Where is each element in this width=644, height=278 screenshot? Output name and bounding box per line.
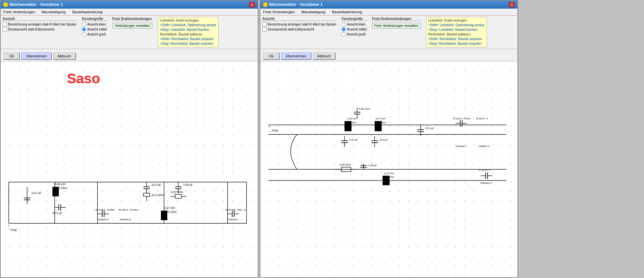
svg-text:0,50 Ohm: 0,50 Ohm [345, 121, 356, 124]
ok-button-2[interactable]: Ok [263, 52, 280, 60]
svg-text:0,83 Ohm: 0,83 Ohm [164, 210, 177, 214]
close-button-1[interactable]: ✕ [249, 2, 255, 7]
button-row-2: Ok Übernehmen Abbruch [260, 51, 517, 61]
radio-klein-label-1: Ansicht klein [87, 23, 106, 26]
svg-text:G 25 FFL_V: G 25 FFL_V [479, 169, 491, 172]
freie-draht-title-1: Freie Drahtverbindungen [112, 17, 152, 21]
checkbox-bezeichnung-input-1[interactable] [3, 22, 7, 27]
ansicht-title-2: Ansicht [262, 17, 336, 21]
menu-freie-verbindungen-2[interactable]: Freie Verbindungen [262, 9, 296, 15]
svg-text:6,00 Ohm: 6,00 Ohm [340, 163, 351, 166]
menu-bauteiloptimierung-2[interactable]: Bauteiloptimierung [331, 9, 363, 15]
checkbox-druckansicht-label-2: Druckansicht statt Editoransicht [268, 28, 314, 31]
svg-text:Chassis 3: Chassis 3 [120, 218, 131, 221]
canvas-area-1[interactable]: Saso 0,47 µF [1, 61, 258, 277]
radio-klein-input-2[interactable] [342, 22, 346, 27]
svg-text:-: - [8, 227, 9, 230]
svg-text:15,0 µF: 15,0 µF [151, 183, 161, 186]
menu-mausbelegung-2[interactable]: Mausbelegung [300, 9, 327, 15]
radio-mittel-input-1[interactable] [82, 27, 86, 32]
toolbar-2: Ansicht Bezeichnung anzeigen statt R-Wer… [260, 16, 517, 49]
fenstergroesse-title-1: Fenstergröße [82, 17, 107, 21]
canvas-area-2[interactable]: Walwal Amp + - 1,00 mH 0,50 Ohm 0,47 mH … [260, 61, 517, 277]
abbruch-button-2[interactable]: Abbruch [313, 52, 336, 60]
maus-line-2-0: Linksklick: Draht erzeugen [428, 18, 485, 23]
svg-text:0,60 Ohm: 0,60 Ohm [375, 121, 386, 124]
app-icon-1: ⚡ [3, 2, 8, 7]
button-row-1: Ok Übernehmen Abbruch [1, 51, 258, 61]
svg-text:0,68 mH: 0,68 mH [55, 182, 66, 186]
ansicht-section-2: Ansicht Bezeichnung anzeigen statt R-Wer… [262, 17, 336, 32]
maus-line-2-1: <Shift> Linksklick: Optimierung an/aus [428, 23, 485, 28]
ok-button-1[interactable]: Ok [3, 52, 20, 60]
svg-text:2,20 Ohm: 2,20 Ohm [170, 190, 183, 194]
uebernehmen-button-2[interactable]: Übernehmen [281, 52, 311, 60]
window-title-2: Weicheneditor - Verstärker 1 [269, 2, 323, 7]
svg-text:Chassis 1: Chassis 1 [228, 218, 239, 221]
menu-bauteiloptimierung-1[interactable]: Bauteiloptimierung [71, 9, 104, 15]
verbindungen-verwalten-btn-2[interactable]: Freie Verbindungen verwalten [372, 23, 421, 29]
fenstergroesse-title-2: Fenstergröße [342, 17, 366, 21]
freie-draht-title-2: Freie Drahtverbindungen [372, 17, 421, 21]
maus-tooltip-2: Linksklick: Draht erzeugen <Shift> Links… [426, 17, 487, 47]
mausaktionen-section-2: Linksklick: Draht erzeugen <Shift> Links… [426, 17, 487, 47]
window-1: ⚡ Weicheneditor - Verstärker 1 ✕ Freie V… [0, 0, 258, 278]
verbindungen-verwalten-btn-1[interactable]: Verbindungen verwalten [112, 23, 152, 29]
radio-klein-label-2: Ansicht klein [347, 23, 365, 26]
svg-text:0,47 µF: 0,47 µF [31, 191, 41, 195]
radio-gross-label-2: Ansicht groß [347, 33, 365, 36]
maus-line-1-4: <Shift> Rechtsklick: Bauteil umpolen [160, 37, 216, 41]
radio-mittel-input-2[interactable] [342, 27, 346, 32]
close-button-2[interactable]: ✕ [509, 2, 515, 7]
svg-text:Amp: Amp [272, 128, 278, 132]
radio-gross-label-1: Ansicht groß [87, 33, 106, 36]
radio-klein-1: Ansicht klein [82, 22, 107, 27]
maus-line-1-1: <Shift> Linksklick: Optimierung an/aus [160, 23, 216, 28]
fenstergroesse-section-2: Fenstergröße Ansicht klein Ansicht mitte… [342, 17, 366, 36]
checkbox-bezeichnung-1: Bezeichnung anzeigen statt R-Wert bei Sp… [3, 22, 77, 27]
maus-line-2-3: Rechtsklick: Bauteil editieren [428, 32, 485, 37]
svg-text:3,30 µF: 3,30 µF [183, 183, 193, 186]
menu-mausbelegung-1[interactable]: Mausbelegung [40, 9, 67, 15]
svg-text:Chassis 2: Chassis 2 [97, 218, 109, 221]
svg-text:22,0 µF: 22,0 µF [425, 127, 434, 130]
svg-text:W 130 S - 8: W 130 S - 8 [476, 117, 488, 120]
checkbox-druckansicht-input-2[interactable] [262, 27, 267, 32]
uebernehmen-button-1[interactable]: Übernehmen [21, 52, 52, 60]
svg-text:0,50 Ohm: 0,50 Ohm [383, 175, 395, 178]
svg-text:33,0 µF: 33,0 µF [52, 211, 62, 215]
radio-gross-1: Ansicht groß [82, 32, 107, 36]
maus-line-1-0: Linksklick: Draht erzeugen [160, 18, 216, 23]
svg-text:+: + [268, 125, 270, 128]
checkbox-druckansicht-input-1[interactable] [3, 27, 7, 32]
mausaktionen-section-1: Linksklick: Draht erzeugen <Shift> Links… [158, 17, 219, 47]
fenstergroesse-section-1: Fenstergröße Ansicht klein Ansicht mitte… [82, 17, 107, 36]
svg-text:6,80 Ohm: 6,80 Ohm [359, 107, 370, 110]
maus-line-2-4: <Shift> Rechtsklick: Bauteil umpolen [428, 37, 485, 41]
svg-text:W 130 S - 8 Ohm: W 130 S - 8 Ohm [95, 208, 115, 211]
svg-rect-27 [143, 193, 150, 196]
radio-klein-input-1[interactable] [82, 22, 86, 27]
svg-text:0,47 µF: 0,47 µF [349, 138, 358, 141]
radio-klein-2: Ansicht klein [342, 22, 366, 27]
svg-text:0,47 mH: 0,47 mH [376, 117, 385, 120]
radio-mittel-label-2: Ansicht mittel [347, 28, 366, 31]
title-bar-1: ⚡ Weicheneditor - Verstärker 1 ✕ [1, 1, 258, 9]
abbruch-button-1[interactable]: Abbruch [53, 52, 76, 60]
checkbox-druckansicht-2: Druckansicht statt Editoransicht [262, 27, 336, 32]
radio-gross-input-1[interactable] [82, 32, 86, 36]
svg-text:W 130 S - 8 Ohm: W 130 S - 8 Ohm [118, 208, 138, 211]
svg-text:-: - [268, 129, 269, 133]
svg-text:3,30 µF: 3,30 µF [368, 164, 377, 167]
svg-text:Chassis 1: Chassis 1 [456, 145, 467, 148]
svg-text:Chassis 2: Chassis 2 [478, 145, 490, 148]
freie-draht-section-2: Freie Drahtverbindungen Freie Verbindung… [372, 17, 421, 29]
maus-line-1-3: Rechtsklick: Bauteil editieren [160, 32, 216, 37]
checkbox-bezeichnung-input-2[interactable] [262, 22, 267, 27]
ansicht-section-1: Ansicht Bezeichnung anzeigen statt R-Wer… [3, 17, 77, 32]
menu-bar-1: Freie Verbindungen Mausbelegung Bauteilo… [1, 9, 258, 16]
radio-mittel-1: Ansicht mittel [82, 27, 107, 32]
toolbar-1: Ansicht Bezeichnung anzeigen statt R-Wer… [1, 16, 258, 49]
radio-gross-input-2[interactable] [342, 32, 346, 36]
menu-freie-verbindungen-1[interactable]: Freie Verbindungen [2, 9, 36, 15]
